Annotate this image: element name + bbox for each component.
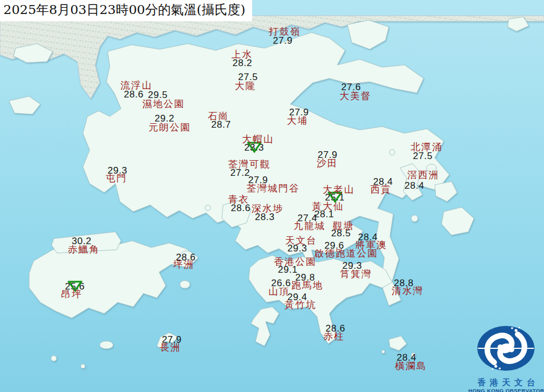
hko-emblem-icon [468, 321, 544, 376]
map-title: 2025年8月03日23時00分的氣溫(攝氏度) [0, 0, 252, 21]
logo-title-en: HONG KONG OBSERVATORY [468, 388, 544, 392]
hko-logo: 香港天文台 HONG KONG OBSERVATORY [468, 321, 544, 392]
logo-title-cn: 香港天文台 [468, 377, 544, 388]
hong-kong-map [0, 0, 544, 392]
temperature-map-page: 2025年8月03日23時00分的氣溫(攝氏度) 27.9打鼓嶺28.2上水27… [0, 0, 544, 392]
